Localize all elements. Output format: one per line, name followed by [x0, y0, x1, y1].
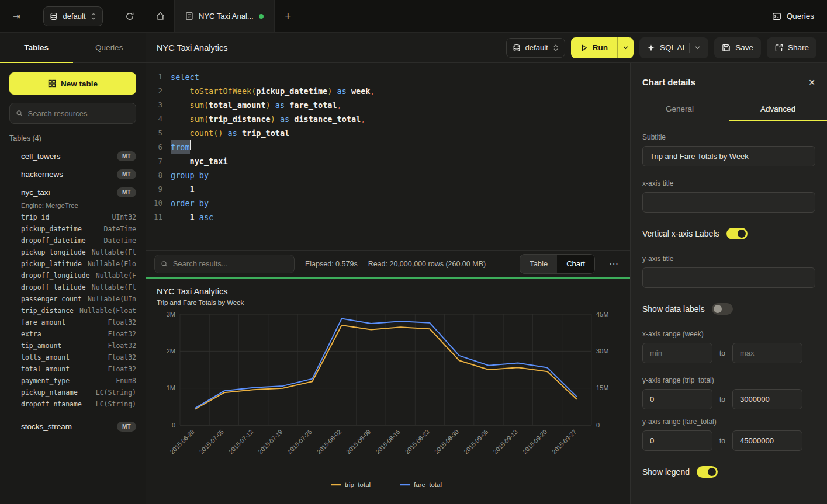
code-token [171, 84, 190, 98]
column-row: fare_amountFloat32 [21, 318, 136, 330]
code-token: , [361, 112, 365, 126]
show-data-labels-label: Show data labels [642, 304, 705, 314]
column-name: pickup_datetime [21, 225, 82, 233]
table-row[interactable]: stocks_streamMT [9, 418, 136, 436]
column-name: passenger_count [21, 295, 82, 303]
x-range-max-input[interactable] [732, 343, 802, 363]
close-icon[interactable]: ✕ [808, 78, 815, 87]
column-type: LC(String) [96, 388, 136, 397]
resource-search-input[interactable] [28, 109, 130, 118]
svg-text:2M: 2M [167, 347, 175, 354]
column-type: Nullable(Fl [92, 248, 136, 256]
code-token: as [275, 112, 295, 126]
table-name: stocks_stream [21, 422, 72, 431]
run-database-selector[interactable]: default [506, 38, 565, 58]
svg-text:2015-08-23: 2015-08-23 [403, 428, 431, 456]
queries-button[interactable]: Queries [772, 12, 814, 21]
subtitle-input[interactable] [642, 146, 815, 166]
view-tab-chart[interactable]: Chart [557, 255, 594, 273]
database-icon [513, 44, 521, 52]
y-axis-title-input[interactable] [642, 267, 815, 288]
sidebar-tab-queries[interactable]: Queries [73, 33, 146, 62]
svg-text:2015-08-02: 2015-08-02 [316, 428, 343, 456]
column-name: dropoff_ntaname [21, 400, 82, 408]
code-token: as [271, 98, 290, 112]
header-actions: default Run [506, 37, 816, 58]
column-type: Nullable(Flo [88, 260, 136, 268]
results-search-input[interactable] [173, 259, 288, 268]
show-data-labels-toggle[interactable] [712, 303, 733, 315]
svg-text:15M: 15M [596, 384, 608, 391]
y-range-trip-min-input[interactable] [642, 389, 712, 409]
chevron-updown-icon [91, 12, 96, 20]
column-row: extraFloat32 [21, 330, 136, 342]
run-button[interactable]: Run [571, 37, 617, 58]
x-range-min-input[interactable] [642, 343, 712, 363]
svg-text:3M: 3M [167, 311, 175, 318]
column-type: Nullable(UIn [88, 295, 136, 303]
code-token [171, 210, 190, 224]
code-token: nyc_taxi [190, 154, 228, 168]
panel-tab-advanced[interactable]: Advanced [729, 96, 827, 121]
code-token: fare_total [289, 98, 337, 112]
chart-details-panel: Chart details ✕ General Advanced Subtitl… [630, 63, 827, 504]
queries-button-label: Queries [787, 12, 814, 20]
table-row[interactable]: hackernewsMT [9, 165, 136, 183]
x-axis-title-input[interactable] [642, 192, 815, 213]
panel-body: Subtitle x-axis title Vertical x-axis La… [631, 121, 827, 489]
home-icon [155, 11, 165, 21]
view-tab-table[interactable]: Table [520, 255, 557, 273]
line-number: 3 [146, 98, 162, 112]
run-options-button[interactable] [618, 37, 634, 58]
results-overflow-button[interactable]: ⋯ [605, 256, 622, 272]
home-tab-button[interactable] [146, 0, 174, 32]
column-row: trip_idUInt32 [21, 213, 136, 225]
sql-editor[interactable]: 1select2 toStartOfWeek(pickup_datetime) … [146, 63, 630, 250]
show-legend-toggle[interactable] [697, 466, 718, 478]
chevron-down-icon[interactable] [694, 44, 701, 51]
code-line: 1select [146, 70, 630, 84]
refresh-button[interactable] [122, 8, 138, 25]
new-tab-button[interactable]: + [275, 0, 302, 32]
code-token [171, 154, 190, 168]
elapsed-time: Elapsed: 0.579s [305, 260, 358, 268]
column-name: trip_id [21, 213, 49, 221]
column-type: Nullable(Float [79, 307, 136, 315]
y-range-fare-label: y-axis range (fare_total) [642, 418, 815, 426]
query-tab[interactable]: NYC Taxi Anal... [174, 0, 275, 32]
new-table-button[interactable]: New table [9, 72, 136, 95]
table-name: nyc_taxi [21, 188, 50, 197]
y-range-fare-max-input[interactable] [732, 430, 802, 451]
collapse-sidebar-button[interactable]: ⇥ [8, 8, 25, 25]
y-range-trip-max-input[interactable] [732, 389, 802, 409]
column-row: dropoff_ntanameLC(String) [21, 400, 136, 412]
y-range-fare-min-input[interactable] [642, 430, 712, 451]
vertical-x-labels-toggle[interactable] [726, 228, 748, 239]
column-name: fare_amount [21, 318, 65, 326]
column-type: Float32 [108, 342, 136, 350]
column-row: trip_distanceNullable(Float [21, 307, 136, 318]
sidebar-tab-tables[interactable]: Tables [0, 33, 73, 62]
panel-tab-general[interactable]: General [631, 96, 729, 121]
column-row: payment_typeEnum8 [21, 377, 136, 388]
share-button[interactable]: Share [767, 37, 816, 58]
code-token: ) [271, 112, 275, 126]
line-number: 8 [146, 168, 162, 182]
code-token: trip_distance [209, 112, 271, 126]
panel-tabs: General Advanced [631, 96, 827, 121]
table-row[interactable]: nyc_taxiMT [9, 183, 136, 201]
database-selector[interactable]: default [43, 6, 102, 26]
sql-ai-button[interactable]: SQL AI [639, 37, 708, 58]
column-type: Float32 [108, 353, 136, 362]
app-window: ⇥ default NYC Taxi Anal... + [0, 0, 827, 504]
results-toolbar: Elapsed: 0.579s Read: 20,000,000 rows (2… [146, 250, 630, 277]
table-row[interactable]: cell_towersMT [9, 147, 136, 165]
database-icon [50, 12, 58, 20]
results-search [154, 255, 295, 273]
code-token [171, 126, 190, 140]
subtitle-label: Subtitle [642, 133, 815, 141]
run-database-value: default [525, 43, 548, 52]
line-number: 7 [146, 154, 162, 168]
vertical-x-labels-label: Vertical x-axis Labels [642, 229, 719, 238]
save-button[interactable]: Save [714, 37, 761, 58]
